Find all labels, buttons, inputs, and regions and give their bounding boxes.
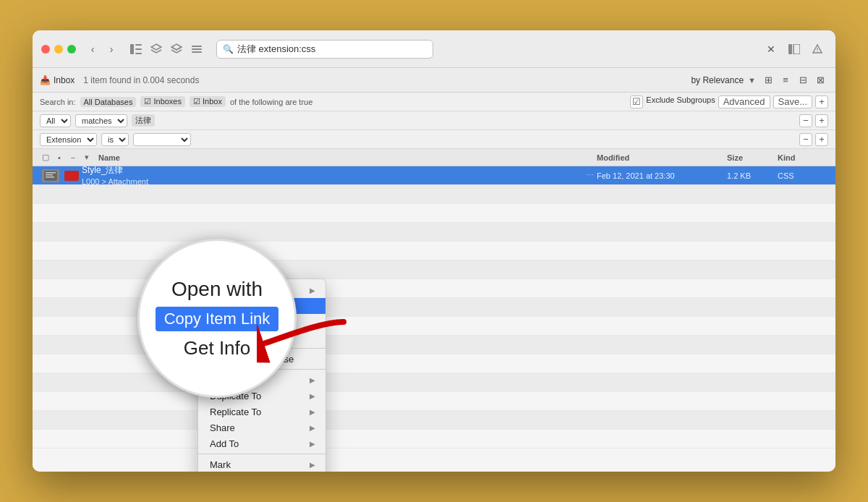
menu-item-share[interactable]: Share ▶ bbox=[198, 420, 326, 435]
row-icon bbox=[40, 169, 61, 183]
chevron-icon[interactable]: ▾ bbox=[81, 152, 93, 163]
close-search-button[interactable]: ✕ bbox=[762, 40, 780, 59]
svg-rect-0 bbox=[130, 44, 134, 54]
back-button[interactable]: ‹ bbox=[85, 41, 101, 57]
svg-rect-13 bbox=[46, 174, 53, 176]
close-button[interactable] bbox=[41, 45, 50, 54]
menu-item-add-to[interactable]: Add To ▶ bbox=[198, 435, 326, 451]
table-row bbox=[33, 242, 835, 260]
col-kind-header[interactable]: Kind bbox=[778, 153, 828, 162]
sidebar-icon[interactable] bbox=[128, 41, 144, 57]
col-size-header[interactable]: Size bbox=[727, 153, 778, 162]
content-area: Style_法律 L000 > Attachment ⋯ Feb 12, 202… bbox=[33, 166, 835, 472]
inbox-tag[interactable]: ☑ Inbox bbox=[190, 96, 226, 107]
table-row bbox=[33, 204, 835, 223]
grid-view-button[interactable]: ⊞ bbox=[760, 72, 776, 88]
filter-row-3: Extension is − + bbox=[33, 130, 835, 149]
exclude-subgroups-checkbox[interactable]: ☑ bbox=[630, 95, 643, 109]
menu-separator-3 bbox=[198, 454, 326, 454]
filter3-plus-buttons: − + bbox=[799, 133, 828, 146]
traffic-lights bbox=[41, 45, 76, 54]
remove-filter2-button[interactable]: − bbox=[799, 114, 812, 127]
svg-rect-8 bbox=[793, 44, 800, 54]
table-row bbox=[33, 185, 835, 204]
list-view-button[interactable]: ≡ bbox=[778, 72, 793, 88]
search-bar[interactable]: 🔍 法律 extension:css bbox=[216, 40, 433, 59]
toolbar-inbox[interactable]: 📥 Inbox bbox=[40, 75, 75, 85]
submenu-arrow: ▶ bbox=[310, 424, 315, 432]
all-databases-tag[interactable]: All Databases bbox=[80, 97, 137, 107]
magnify-get-info: Get Info bbox=[184, 337, 251, 360]
collapse-icon[interactable]: ▢ bbox=[40, 152, 51, 163]
filter-plus-buttons: ☑ Exclude Subgroups Advanced Save... + bbox=[630, 95, 828, 109]
magnify-copy-item-link: Copy Item Link bbox=[156, 307, 279, 331]
search-in-label: Search in: bbox=[40, 98, 76, 106]
inbox-label: Inbox bbox=[54, 75, 75, 85]
column-headers: ▢ • − ▾ Name Modified Size Kind bbox=[33, 149, 835, 166]
svg-rect-5 bbox=[192, 48, 202, 50]
filter-row-2: All matches 法律 − + bbox=[33, 111, 835, 130]
svg-rect-3 bbox=[135, 53, 142, 54]
view-buttons: ⊞ ≡ ⊟ ⊠ bbox=[760, 72, 828, 88]
main-window: ‹ › 🔍 法律 extension:css ✕ bbox=[33, 30, 835, 472]
filter-operator-select[interactable]: matches bbox=[75, 114, 127, 127]
maximize-button[interactable] bbox=[67, 45, 76, 54]
toolbar-right: by Relevance ▼ ⊞ ≡ ⊟ ⊠ bbox=[691, 72, 828, 88]
filter-field-select[interactable]: All bbox=[40, 114, 71, 127]
filter-value-tag: 法律 bbox=[132, 114, 155, 127]
table-row[interactable]: Style_法律 L000 > Attachment ⋯ Feb 12, 202… bbox=[33, 166, 835, 185]
inbox-icon: 📥 bbox=[40, 75, 51, 85]
inboxes-tag[interactable]: ☑ Inboxes bbox=[140, 96, 185, 107]
actions-icon[interactable] bbox=[189, 41, 205, 57]
layers2-icon[interactable] bbox=[169, 41, 184, 57]
minimize-button[interactable] bbox=[54, 45, 63, 54]
columns-view-button[interactable]: ⊠ bbox=[812, 72, 828, 88]
save-button[interactable]: Save... bbox=[773, 95, 812, 109]
svg-rect-7 bbox=[788, 44, 792, 54]
add-filter2-button[interactable]: + bbox=[815, 114, 828, 127]
layout-sidebar-button[interactable] bbox=[785, 40, 804, 59]
titlebar-icons bbox=[128, 41, 205, 57]
submenu-arrow: ▶ bbox=[310, 392, 315, 400]
submenu-arrow: ▶ bbox=[310, 408, 315, 416]
forward-button[interactable]: › bbox=[103, 41, 119, 57]
menu-item-replicate-to[interactable]: Replicate To ▶ bbox=[198, 404, 326, 420]
filter-field2-select[interactable]: Extension bbox=[40, 133, 97, 146]
svg-rect-9 bbox=[817, 48, 818, 51]
col-modified-header[interactable]: Modified bbox=[597, 153, 727, 162]
menu-item-label: Add To bbox=[210, 438, 239, 449]
layers-icon[interactable] bbox=[148, 41, 164, 57]
row-kind: CSS bbox=[778, 171, 828, 180]
titlebar-right: ✕ bbox=[762, 40, 827, 59]
menu-item-mark[interactable]: Mark ▶ bbox=[198, 456, 326, 472]
table-row bbox=[33, 411, 835, 430]
condition-label: of the following are true bbox=[230, 98, 312, 106]
col-name-header[interactable]: Name bbox=[98, 153, 597, 162]
row-action-icon[interactable]: ⋯ bbox=[582, 169, 597, 183]
table-row bbox=[33, 392, 835, 411]
col-controls: ▢ • − ▾ bbox=[40, 152, 93, 163]
add-filter3-button[interactable]: + bbox=[815, 133, 828, 146]
add-filter-button[interactable]: + bbox=[815, 95, 828, 109]
magnify-overlay: Open with Copy Item Link Get Info bbox=[137, 239, 297, 398]
row-thumbnail bbox=[42, 169, 59, 182]
dot-icon: • bbox=[54, 152, 65, 163]
filter-value2-select[interactable] bbox=[133, 133, 191, 146]
submenu-arrow: ▶ bbox=[310, 461, 315, 469]
row-modified: Feb 12, 2021 at 23:30 bbox=[597, 171, 727, 180]
remove-filter3-button[interactable]: − bbox=[799, 133, 812, 146]
relevance-select[interactable]: by Relevance bbox=[691, 75, 744, 85]
submenu-arrow: ▶ bbox=[310, 286, 315, 294]
minus-icon[interactable]: − bbox=[67, 152, 79, 163]
submenu-arrow: ▶ bbox=[310, 376, 315, 384]
filter-operator2-select[interactable]: is bbox=[101, 133, 129, 146]
magnify-open-with: Open with bbox=[171, 278, 263, 301]
svg-rect-10 bbox=[817, 51, 818, 52]
row-name: Style_法律 L000 > Attachment bbox=[82, 166, 582, 187]
titlebar: ‹ › 🔍 法律 extension:css ✕ bbox=[33, 30, 835, 68]
alert-button[interactable] bbox=[808, 40, 827, 59]
row-name-primary: Style_法律 bbox=[82, 166, 123, 175]
split-view-button[interactable]: ⊟ bbox=[795, 72, 811, 88]
advanced-button[interactable]: Advanced bbox=[718, 95, 770, 109]
table-row bbox=[33, 223, 835, 242]
